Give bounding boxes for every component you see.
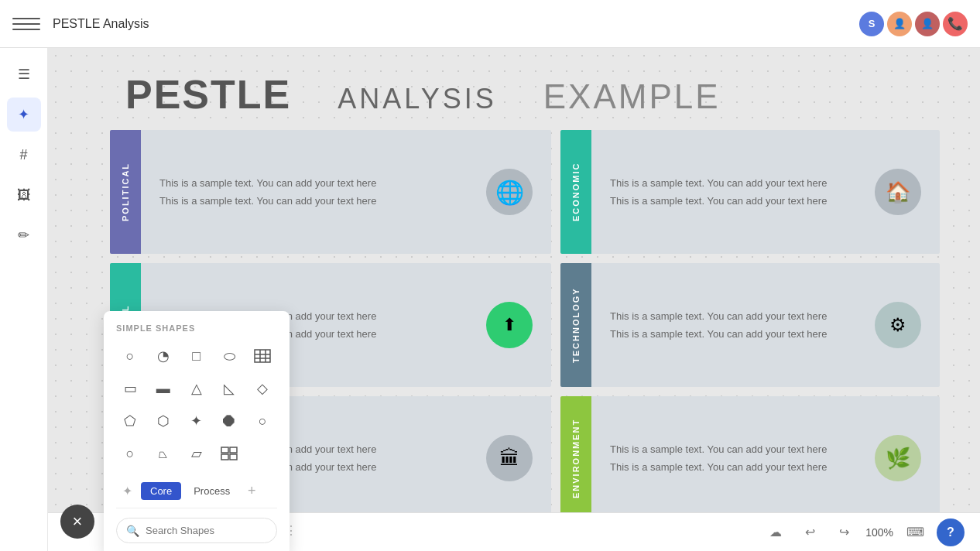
- shape-triangle[interactable]: △: [183, 375, 211, 402]
- search-box: 🔍 ⋮: [116, 518, 277, 543]
- svg-rect-8: [230, 454, 237, 460]
- label-economic: ECONOMIC: [560, 130, 591, 254]
- card-technology: TECHNOLOGY This is a sample text. You ca…: [560, 263, 940, 387]
- sidebar-frame-tool[interactable]: #: [7, 138, 41, 172]
- shape-circle3[interactable]: ○: [116, 440, 144, 467]
- shape-placeholder: [248, 440, 276, 467]
- left-sidebar: ☰ ✦ # 🖼 ✏: [0, 48, 48, 551]
- shape-circle[interactable]: ○: [116, 342, 144, 370]
- shape-grid2[interactable]: [215, 440, 243, 467]
- shape-pentagon[interactable]: ⬠: [116, 407, 144, 435]
- label-political: POLITICAL: [110, 130, 141, 254]
- body-environment: This is a sample text. You can add your …: [591, 396, 940, 520]
- label-technology: TECHNOLOGY: [560, 263, 591, 387]
- body-political: This is a sample text. You can add your …: [141, 130, 551, 254]
- menu-button[interactable]: [12, 10, 40, 38]
- shape-right-triangle[interactable]: ◺: [215, 375, 243, 402]
- zoom-label: 100%: [865, 526, 893, 539]
- more-options-icon[interactable]: ⋮: [285, 523, 297, 538]
- sidebar-draw-tool[interactable]: ✏: [7, 218, 41, 252]
- avatar-1[interactable]: S: [859, 12, 884, 36]
- sidebar-shapes-button[interactable]: ☰: [7, 57, 41, 91]
- svg-rect-6: [230, 447, 237, 453]
- doc-title: PESTLE Analysis: [53, 17, 856, 31]
- shape-hexagon[interactable]: ⬡: [149, 407, 177, 435]
- avatar-3[interactable]: 👤: [915, 12, 940, 36]
- shape-circle2[interactable]: ○: [248, 407, 276, 435]
- shape-trapezoid[interactable]: ⏢: [149, 440, 177, 467]
- shapes-section-title: SIMPLE SHAPES: [116, 323, 277, 333]
- redo-icon[interactable]: ↪: [831, 520, 856, 545]
- avatar-2[interactable]: 👤: [887, 12, 912, 36]
- icon-economic: 🏠: [875, 169, 921, 215]
- text-political: This is a sample text. You can add your …: [159, 174, 376, 210]
- shape-square[interactable]: □: [183, 342, 211, 370]
- search-icon: 🔍: [126, 525, 139, 537]
- tab-core[interactable]: Core: [141, 482, 181, 500]
- undo-icon[interactable]: ↩: [797, 520, 822, 545]
- svg-rect-5: [221, 447, 228, 453]
- label-environment: ENVIRONMENT: [560, 396, 591, 520]
- shape-octagon[interactable]: ⯃: [215, 407, 243, 435]
- card-economic: ECONOMIC This is a sample text. You can …: [560, 130, 940, 254]
- icon-environment: 🌿: [875, 435, 921, 481]
- shape-diamond[interactable]: ◇: [248, 375, 276, 402]
- row-1: POLITICAL This is a sample text. You can…: [110, 130, 961, 254]
- slide-title: PESTLE ANALYSIS EXAMPLE: [110, 71, 961, 118]
- icon-technology: ⚙: [875, 302, 921, 348]
- shape-arc[interactable]: ◔: [149, 342, 177, 370]
- title-analysis: ANALYSIS: [338, 83, 496, 115]
- svg-rect-7: [221, 454, 228, 460]
- shapes-grid: ○ ◔ □ ⬭ ▭ ▬ △ ◺ ◇ ⬠ ⬡ ✦ ⯃ ○ ○ ⏢ ▱: [116, 342, 277, 467]
- svg-rect-0: [255, 350, 270, 362]
- cloud-icon[interactable]: ☁: [763, 520, 788, 545]
- text-economic: This is a sample text. You can add your …: [610, 174, 827, 210]
- shape-rect-cut[interactable]: ▬: [149, 375, 177, 402]
- icon-legal: 🏛: [486, 435, 533, 481]
- card-environment: ENVIRONMENT This is a sample text. You c…: [560, 396, 940, 520]
- add-tab-button[interactable]: +: [242, 481, 261, 500]
- keyboard-icon[interactable]: ⌨: [903, 520, 927, 545]
- title-pestle: PESTLE: [125, 71, 291, 118]
- body-technology: This is a sample text. You can add your …: [591, 263, 940, 387]
- top-bar: PESTLE Analysis S 👤 👤 📞: [0, 0, 980, 48]
- shape-parallelogram[interactable]: ▱: [183, 440, 211, 467]
- card-political: POLITICAL This is a sample text. You can…: [110, 130, 551, 254]
- tab-icon[interactable]: ✦: [116, 480, 138, 501]
- shape-table[interactable]: [248, 342, 276, 370]
- text-environment: This is a sample text. You can add your …: [610, 440, 827, 477]
- panel-tabs: ✦ Core Process +: [116, 480, 277, 508]
- sidebar-image-tool[interactable]: 🖼: [7, 178, 41, 212]
- text-technology: This is a sample text. You can add your …: [610, 307, 827, 344]
- shape-ellipse[interactable]: ⬭: [215, 342, 243, 370]
- help-button[interactable]: ?: [937, 518, 965, 546]
- icon-political: 🌐: [486, 169, 533, 215]
- main-canvas[interactable]: PESTLE ANALYSIS EXAMPLE POLITICAL This i…: [48, 48, 980, 551]
- call-button[interactable]: 📞: [943, 12, 968, 36]
- shape-star6[interactable]: ✦: [183, 407, 211, 435]
- icon-social: ⬆: [486, 302, 533, 348]
- search-input[interactable]: [146, 525, 276, 536]
- sidebar-shapes-tool[interactable]: ✦: [7, 98, 41, 132]
- shape-rounded-rect[interactable]: ▭: [116, 375, 144, 402]
- tab-process[interactable]: Process: [184, 482, 239, 500]
- title-example: EXAMPLE: [543, 77, 721, 116]
- body-economic: This is a sample text. You can add your …: [591, 130, 940, 254]
- fab-close-button[interactable]: ×: [60, 505, 94, 539]
- shapes-panel: SIMPLE SHAPES ○ ◔ □ ⬭ ▭ ▬ △ ◺ ◇ ⬠ ⬡ ✦ ⯃ …: [104, 311, 290, 551]
